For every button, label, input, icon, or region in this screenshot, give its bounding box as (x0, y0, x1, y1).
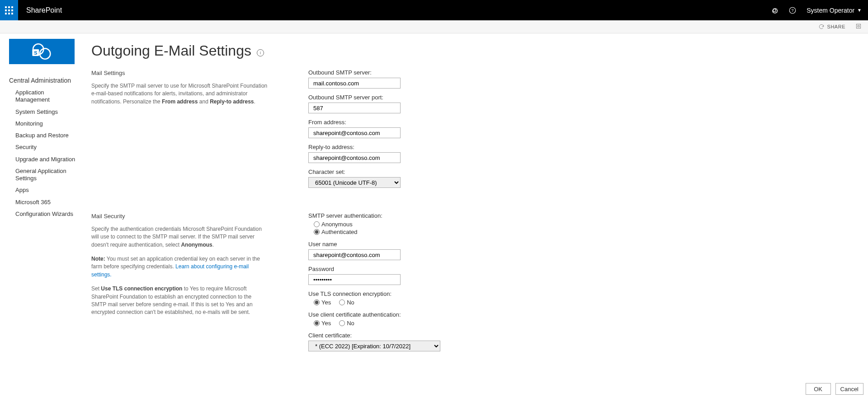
app-launcher-button[interactable] (0, 0, 18, 20)
password-label: Password (308, 266, 714, 272)
username-label: System Operator (807, 7, 854, 14)
clientcert-select[interactable]: * (ECC 2022) [Expiration: 10/7/2022] (308, 341, 440, 351)
nav-config-wizards[interactable]: Configuration Wizards (9, 208, 79, 220)
site-logo[interactable]: S (9, 39, 75, 64)
svg-rect-1 (8, 6, 10, 8)
mail-settings-heading: Mail Settings (91, 69, 268, 78)
ribbon: SHARE (0, 20, 868, 33)
nav-app-management[interactable]: Application Management (9, 87, 79, 106)
sharepoint-logo-icon: S (30, 42, 54, 61)
suite-bar: SharePoint ? System Operator ▼ (0, 0, 868, 20)
auth-authenticated-radio[interactable]: Authenticated (314, 229, 714, 235)
outbound-port-label: Outbound SMTP server port: (308, 94, 714, 101)
clientcertauth-yes-radio[interactable]: Yes (314, 320, 331, 327)
nav-monitoring[interactable]: Monitoring (9, 118, 79, 130)
outbound-port-input[interactable] (308, 103, 401, 113)
page-title: Outgoing E-Mail Settings i (91, 42, 714, 59)
svg-rect-4 (8, 9, 10, 11)
charset-label: Character set: (308, 168, 714, 175)
mail-security-desc-3: Set Use TLS connection encryption to Yes… (91, 285, 268, 317)
info-icon[interactable]: i (257, 49, 264, 56)
svg-rect-12 (858, 25, 859, 27)
nav-backup-restore[interactable]: Backup and Restore (9, 130, 79, 141)
focus-content-button[interactable] (854, 22, 863, 32)
smtp-auth-label: SMTP server authentication: (308, 212, 714, 219)
from-address-input[interactable] (308, 127, 401, 138)
svg-rect-7 (8, 13, 10, 14)
reply-to-label: Reply-to address: (308, 144, 714, 150)
nav-security[interactable]: Security (9, 141, 79, 153)
nav-system-settings[interactable]: System Settings (9, 106, 79, 118)
mail-security-desc-1: Specify the authentication credentials M… (91, 225, 268, 249)
page-title-text: Outgoing E-Mail Settings (91, 42, 251, 59)
username-input[interactable] (308, 249, 401, 260)
svg-text:S: S (34, 50, 37, 56)
waffle-icon (5, 6, 14, 15)
auth-anonymous-radio[interactable]: Anonymous (314, 221, 714, 228)
from-address-label: From address: (308, 119, 714, 126)
left-nav: Application Management System Settings M… (9, 87, 81, 220)
tls-yes-radio[interactable]: Yes (314, 299, 331, 306)
help-icon: ? (788, 6, 797, 14)
svg-rect-6 (5, 13, 7, 14)
focus-icon (855, 23, 862, 29)
section-mail-settings: Mail Settings Specify the SMTP mail serv… (91, 69, 714, 188)
svg-rect-3 (5, 9, 7, 11)
outbound-server-input[interactable] (308, 78, 401, 89)
mail-security-desc-2: Note: You must set an application creden… (91, 255, 268, 279)
share-label: SHARE (827, 24, 845, 29)
refresh-share-icon (818, 23, 825, 30)
password-input[interactable] (308, 274, 401, 285)
tls-label: Use TLS connection encryption: (308, 290, 714, 297)
username-label: User name (308, 241, 714, 248)
outbound-server-label: Outbound SMTP server: (308, 69, 714, 76)
user-menu[interactable]: System Operator ▼ (807, 7, 862, 14)
mail-security-heading: Mail Security (91, 212, 268, 221)
share-button[interactable]: SHARE (816, 23, 848, 31)
reply-to-input[interactable] (308, 152, 401, 163)
settings-button[interactable] (770, 6, 778, 14)
nav-heading[interactable]: Central Administration (9, 77, 81, 84)
caret-down-icon: ▼ (857, 8, 862, 13)
svg-rect-8 (11, 13, 13, 14)
svg-rect-2 (11, 6, 13, 8)
app-title: SharePoint (26, 6, 62, 14)
nav-upgrade-migration[interactable]: Upgrade and Migration (9, 154, 79, 165)
svg-text:?: ? (792, 8, 794, 13)
nav-apps[interactable]: Apps (9, 184, 79, 196)
charset-select[interactable]: 65001 (Unicode UTF-8) (308, 177, 401, 188)
clientcertauth-label: Use client certificate authentication: (308, 311, 714, 318)
svg-rect-11 (856, 24, 860, 28)
help-button[interactable]: ? (788, 6, 797, 14)
section-mail-security: Mail Security Specify the authentication… (91, 212, 714, 351)
nav-general-app-settings[interactable]: General Application Settings (9, 165, 79, 185)
svg-rect-0 (5, 6, 7, 8)
gear-icon (770, 6, 778, 14)
nav-m365[interactable]: Microsoft 365 (9, 196, 79, 208)
svg-rect-5 (11, 9, 13, 11)
mail-settings-desc: Specify the SMTP mail server to use for … (91, 82, 268, 106)
tls-no-radio[interactable]: No (339, 299, 354, 306)
clientcertauth-no-radio[interactable]: No (339, 320, 354, 327)
clientcert-label: Client certificate: (308, 332, 714, 339)
